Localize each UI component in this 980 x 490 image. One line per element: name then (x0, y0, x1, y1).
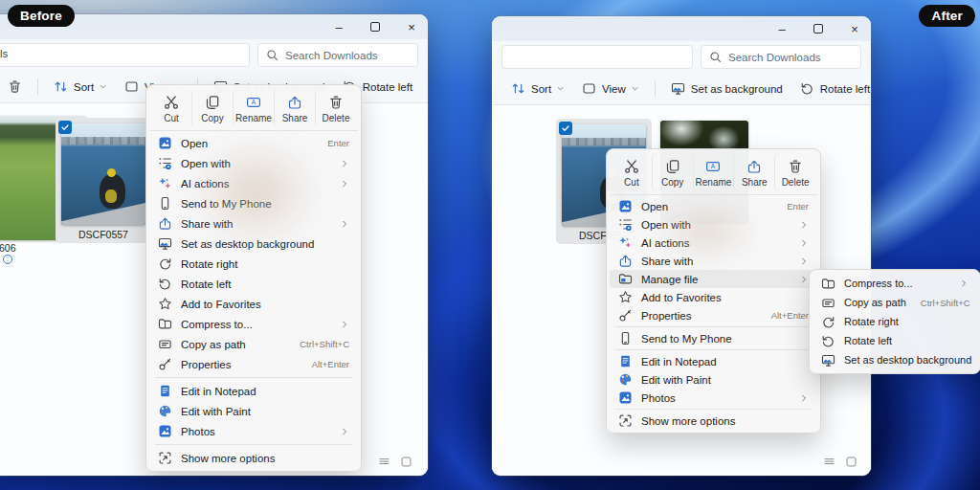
desktop-bg-icon (671, 81, 685, 96)
after-badge: After (919, 5, 975, 27)
context-menu-item[interactable]: Send to My Phone (149, 193, 358, 213)
context-menu-item[interactable]: Open with (610, 215, 817, 234)
rotate-right-icon (158, 256, 172, 271)
address-bar[interactable]: ls (0, 43, 250, 67)
context-menu-item[interactable]: Edit with Paint (149, 401, 358, 421)
context-menu-item[interactable]: Set as desktop background (149, 234, 358, 254)
toolbar-button[interactable]: Rotate left (792, 77, 871, 101)
show-more-icon (618, 413, 633, 428)
context-menu-item[interactable]: Show more options (610, 412, 817, 430)
context-menu-item[interactable]: Add to Favorites (149, 294, 358, 314)
context-menu-item[interactable]: Send to My Phone (610, 329, 817, 347)
quick-action-button[interactable]: Delete (315, 90, 356, 126)
context-menu-item[interactable]: Rotate left (149, 274, 358, 294)
context-menu-item[interactable]: Compress to... (149, 314, 358, 334)
close-button[interactable]: × (405, 20, 418, 33)
copy-path-icon (158, 337, 172, 351)
thumbnail-view-icon[interactable] (400, 456, 412, 468)
context-menu-item[interactable]: Rotate left (813, 331, 977, 350)
share-icon (158, 216, 172, 231)
selected-checkbox[interactable] (559, 122, 572, 135)
rotate-left-icon (821, 334, 835, 348)
context-menu-item[interactable]: Photos (610, 389, 817, 407)
context-menu-item[interactable]: Set as desktop background (813, 350, 977, 369)
context-menu-item[interactable]: Properties Alt+Enter (149, 354, 358, 374)
list-view-icon[interactable] (378, 456, 390, 468)
chevron-right-icon (340, 159, 349, 168)
context-menu-item[interactable]: Rotate right (813, 312, 977, 331)
context-menu-item[interactable]: Copy as path Ctrl+Shift+C (149, 334, 358, 354)
chevron-down-icon (631, 84, 639, 93)
quick-action-button[interactable]: Share (274, 90, 315, 126)
context-menu-item[interactable]: Edit in Notepad (149, 381, 358, 401)
context-menu-item[interactable]: Properties Alt+Enter (610, 306, 817, 324)
chevron-down-icon (99, 82, 107, 91)
context-menu-item[interactable]: Share with (610, 252, 817, 270)
context-menu-item[interactable]: Add to Favorites (610, 288, 817, 306)
context-menu-item[interactable]: Open with (149, 153, 358, 173)
quick-action-button[interactable]: Copy (652, 154, 693, 190)
minimize-button[interactable]: – (332, 20, 345, 33)
delete-icon (328, 95, 344, 110)
view-toggle-group (378, 456, 412, 468)
window-controls: – × (332, 20, 418, 33)
rename-icon: A (246, 95, 261, 110)
context-menu-item[interactable]: Edit in Notepad (610, 352, 817, 370)
quick-action-button[interactable]: Cut (612, 154, 652, 190)
paint-icon (158, 404, 172, 418)
maximize-button[interactable] (812, 22, 825, 35)
minimize-button[interactable]: – (775, 22, 789, 35)
context-menu-item[interactable]: Open Enter (610, 197, 817, 215)
toolbar-button[interactable]: View (574, 77, 647, 101)
search-box[interactable]: Search Downloads (701, 45, 861, 69)
context-menu-item[interactable]: Photos (149, 421, 358, 441)
view-icon (582, 81, 596, 96)
command-toolbar: Sort View Set as background Rotate left (492, 73, 871, 105)
context-menu-item[interactable]: AI actions (149, 173, 358, 193)
toolbar-button[interactable]: Sort (503, 77, 572, 101)
open-with-icon (158, 156, 172, 170)
close-button[interactable]: × (848, 22, 861, 35)
address-bar[interactable] (501, 45, 693, 69)
quick-action-button[interactable]: Share (733, 154, 774, 190)
quick-action-button[interactable]: A Rename (233, 90, 274, 126)
city-skyline (61, 137, 145, 145)
quick-action-button[interactable]: Delete (774, 154, 815, 190)
context-menu-item[interactable]: Share with (149, 213, 358, 234)
list-view-icon[interactable] (823, 456, 835, 468)
context-menu-item[interactable]: Manage file (610, 270, 817, 288)
context-menu-item[interactable]: Open Enter (149, 133, 358, 153)
svg-text:A: A (252, 99, 256, 105)
search-placeholder: Search Downloads (728, 52, 821, 63)
context-menu-item[interactable]: Edit with Paint (610, 370, 817, 389)
share-icon (287, 95, 302, 110)
context-menu-item[interactable]: Compress to... (813, 274, 977, 293)
toolbar-button[interactable]: Details (420, 75, 428, 100)
city-skyline (562, 138, 646, 145)
quick-action-button[interactable]: A Rename (693, 154, 734, 190)
menu-items: Open Enter Open with AI actions Send to … (149, 133, 358, 468)
quick-action-button[interactable]: Copy (191, 90, 233, 126)
context-menu-item[interactable]: AI actions (610, 234, 817, 252)
toolbar-button[interactable] (0, 75, 30, 100)
cut-icon (624, 159, 639, 174)
context-menu-item[interactable]: Show more options (149, 448, 358, 468)
rotate-left-icon (800, 81, 814, 96)
selected-checkbox[interactable] (58, 121, 72, 134)
context-menu-item[interactable]: Copy as path Ctrl+Shift+C (813, 293, 977, 312)
search-box[interactable]: Search Downloads (257, 43, 418, 67)
separator (37, 78, 38, 95)
maximize-button[interactable] (368, 20, 382, 33)
check-icon (561, 123, 570, 133)
cut-icon (164, 95, 179, 110)
search-placeholder: Search Downloads (285, 50, 378, 61)
separator (155, 444, 352, 445)
file-dscf0557[interactable]: DSCF0557 (56, 118, 151, 243)
context-menu-item[interactable]: Rotate right (149, 254, 358, 274)
quick-action-button[interactable]: Cut (151, 90, 191, 126)
phone-icon (158, 196, 172, 211)
toolbar-button[interactable]: Set as background (663, 77, 791, 101)
toolbar-button[interactable]: Sort (46, 75, 115, 100)
photos-icon (158, 424, 172, 438)
thumbnail-view-icon[interactable] (845, 456, 858, 468)
